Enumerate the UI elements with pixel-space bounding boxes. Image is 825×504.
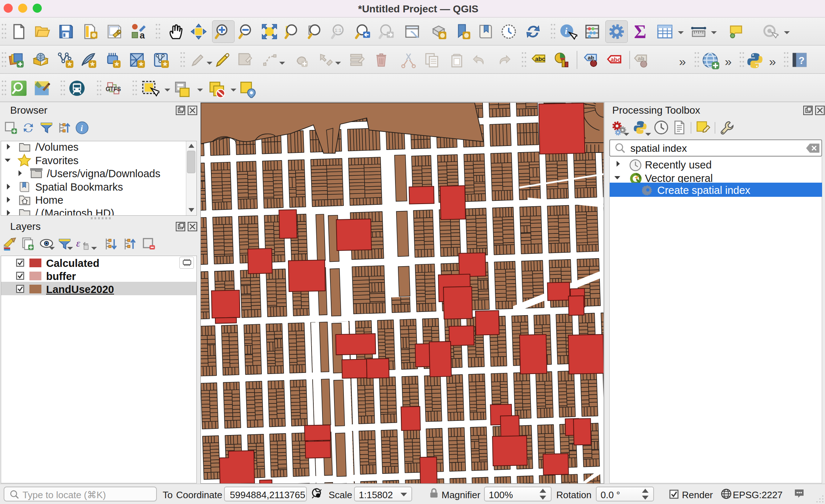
svg-text:GTFS: GTFS [106, 86, 121, 92]
svg-text:a: a [140, 30, 145, 40]
svg-text:ε: ε [76, 237, 81, 249]
svg-text:i: i [565, 26, 568, 36]
svg-text:?: ? [798, 55, 804, 66]
svg-text:i: i [81, 123, 83, 133]
svg-text:abc: abc [535, 56, 545, 62]
svg-text:abc: abc [610, 56, 621, 63]
svg-text:1:1: 1:1 [335, 28, 342, 33]
